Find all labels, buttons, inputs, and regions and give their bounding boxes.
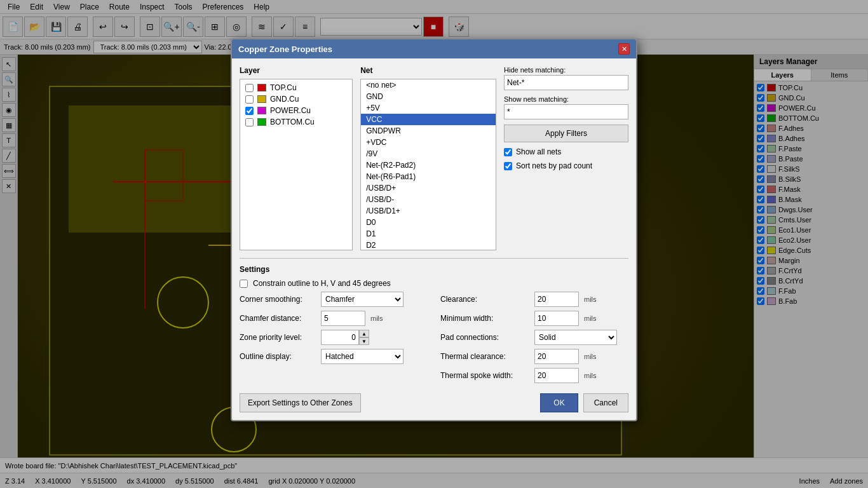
dialog-bottom-buttons: Export Settings to Other Zones OK Cancel [240,393,628,412]
export-settings-btn[interactable]: Export Settings to Other Zones [240,393,361,412]
show-nets-group: Show nets matching: [504,95,628,119]
apply-filters-btn[interactable]: Apply Filters [504,125,628,142]
dialog-titlebar: Copper Zone Properties ✕ [232,39,636,58]
outline-display-select[interactable]: Hatched Line Fully Hatched [321,349,403,364]
dialog-layer-name: BOTTOM.Cu [270,118,315,126]
thermal-spoke-label: Thermal spoke width: [440,371,529,380]
zone-priority-label: Zone priority level: [240,333,316,342]
net-list-item[interactable]: Net-(R6-Pad1) [361,171,496,182]
net-list-item[interactable]: +5V [361,102,496,114]
thermal-spoke-row: Thermal spoke width: mils [440,368,628,383]
ok-btn[interactable]: OK [540,393,578,412]
constrain-row: Constrain outline to H, V and 45 degrees [240,279,628,288]
corner-smoothing-select[interactable]: Chamfer None Fillet [321,292,403,307]
corner-smoothing-row: Corner smoothing: Chamfer None Fillet [240,292,428,307]
layer-section: Layer TOP.Cu GND.Cu POWER.Cu BOTTOM.Cu [240,66,353,250]
show-all-nets-label: Show all nets [516,147,561,156]
dialog-action-buttons: OK Cancel [540,393,628,412]
net-list-item[interactable]: D1 [361,228,496,240]
constrain-checkbox[interactable] [240,280,248,288]
dialog-layer-swatch [257,107,266,114]
show-all-nets-row: Show all nets [504,147,628,156]
zone-priority-down[interactable]: ▼ [359,337,369,345]
dialog-layer-name: POWER.Cu [270,106,311,115]
outline-display-row: Outline display: Hatched Line Fully Hatc… [240,349,428,364]
layer-section-label: Layer [240,66,353,75]
dialog-layer-checkbox[interactable] [245,95,254,104]
layer-list-box: TOP.Cu GND.Cu POWER.Cu BOTTOM.Cu [240,79,353,250]
thermal-spoke-unit: mils [584,372,597,379]
pad-connections-row: Pad connections: Solid Thermal Relief No… [440,330,628,345]
net-list-item[interactable]: D2 [361,240,496,250]
net-list-item[interactable]: GND [361,91,496,102]
min-width-label: Minimum width: [440,314,529,323]
dialog-layer-item[interactable]: GND.Cu [243,93,349,105]
clearance-unit: mils [584,295,597,303]
corner-smoothing-label: Corner smoothing: [240,295,316,304]
settings-section: Settings Constrain outline to H, V and 4… [240,258,628,412]
zone-priority-stepper: ▲ ▼ [321,330,369,345]
zone-priority-up[interactable]: ▲ [359,330,369,337]
net-list-item[interactable]: /USB/D1+ [361,205,496,217]
show-nets-label: Show nets matching: [504,95,628,103]
dialog-layer-checkbox[interactable] [245,107,254,115]
sort-nets-row: Sort nets by pad count [504,161,628,170]
clearance-input[interactable] [534,292,579,307]
net-section-label: Net [360,66,496,75]
show-all-nets-checkbox[interactable] [504,148,512,156]
thermal-clearance-input[interactable] [534,349,579,364]
thermal-clearance-row: Thermal clearance: mils [440,349,628,364]
dialog-layer-swatch [257,95,266,103]
outline-display-label: Outline display: [240,352,316,361]
hide-nets-group: Hide nets matching: [504,66,628,90]
zone-priority-input[interactable] [321,330,359,345]
net-list-item[interactable]: <no net> [361,79,496,91]
settings-title: Settings [240,265,628,274]
dialog-layer-item[interactable]: BOTTOM.Cu [243,116,349,128]
cancel-btn[interactable]: Cancel [583,393,628,412]
clearance-row: Clearance: mils [440,292,628,307]
dialog-layer-checkbox[interactable] [245,84,254,92]
settings-right-col: Clearance: mils Minimum width: mils [440,292,628,387]
net-list-item[interactable]: D0 [361,217,496,228]
dialog-body: Layer TOP.Cu GND.Cu POWER.Cu BOTTOM.Cu N… [232,58,636,420]
show-nets-input[interactable] [504,104,628,119]
thermal-clearance-unit: mils [584,353,597,360]
net-list-item[interactable]: GNDPWR [361,125,496,137]
net-section: Net <no net>GND+5VVCCGNDPWR+VDC/9VNet-(R… [360,66,496,250]
dialog-layer-checkbox[interactable] [245,118,254,126]
sort-nets-label: Sort nets by pad count [516,161,592,170]
settings-columns: Corner smoothing: Chamfer None Fillet Ch… [240,292,628,387]
thermal-spoke-input[interactable] [534,368,579,383]
dialog-layer-name: GND.Cu [270,95,299,104]
dialog-title: Copper Zone Properties [238,44,332,54]
net-list-item[interactable]: /USB/D- [361,194,496,205]
net-list-item[interactable]: /9V [361,148,496,159]
hide-nets-input[interactable] [504,75,628,90]
dialog-layer-name: TOP.Cu [270,83,297,92]
net-list-item[interactable]: Net-(R2-Pad2) [361,159,496,171]
constrain-label: Constrain outline to H, V and 45 degrees [253,279,391,288]
min-width-row: Minimum width: mils [440,311,628,326]
net-filter-section: Hide nets matching: Show nets matching: … [504,66,628,250]
min-width-input[interactable] [534,311,579,326]
net-list-item[interactable]: +VDC [361,137,496,148]
sort-nets-checkbox[interactable] [504,162,512,170]
hide-nets-label: Hide nets matching: [504,66,628,74]
zone-priority-stepper-btns: ▲ ▼ [359,330,369,345]
dialog-close-btn[interactable]: ✕ [618,43,630,55]
net-list-item[interactable]: /USB/D+ [361,182,496,194]
dialog-layer-item[interactable]: POWER.Cu [243,105,349,116]
dialog-layer-swatch [257,84,266,92]
net-list-item[interactable]: VCC [361,114,496,125]
chamfer-distance-row: Chamfer distance: mils [240,311,428,326]
dialog-layer-item[interactable]: TOP.Cu [243,82,349,93]
dialog-layer-swatch [257,118,266,126]
dialog-top-row: Layer TOP.Cu GND.Cu POWER.Cu BOTTOM.Cu N… [240,66,628,250]
settings-left-col: Corner smoothing: Chamfer None Fillet Ch… [240,292,428,387]
chamfer-distance-unit: mils [370,315,383,322]
dialog-overlay: Copper Zone Properties ✕ Layer TOP.Cu GN… [0,0,868,488]
zone-priority-row: Zone priority level: ▲ ▼ [240,330,428,345]
pad-conn-select[interactable]: Solid Thermal Relief None [534,330,617,345]
chamfer-distance-input[interactable] [321,311,365,326]
